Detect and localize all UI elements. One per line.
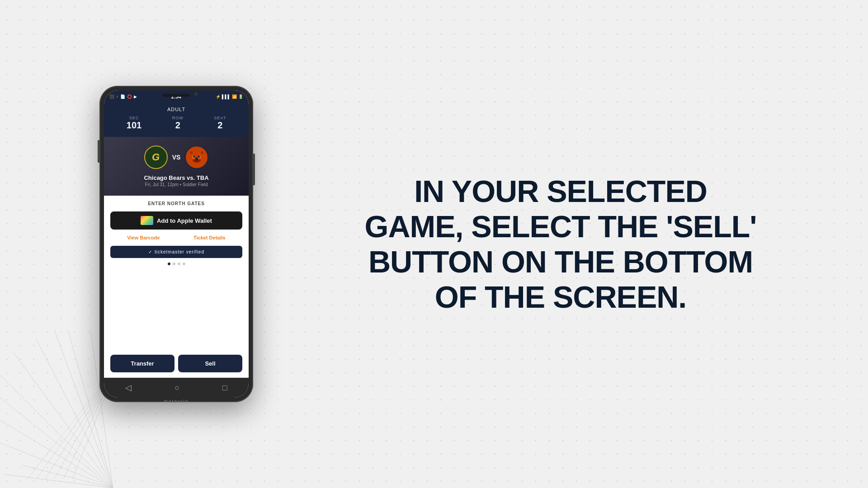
packers-logo: G <box>144 145 168 169</box>
back-button[interactable]: ◁ <box>125 383 132 393</box>
seat-value: 2 <box>214 120 226 131</box>
circle-icon: ⭕ <box>127 94 132 99</box>
svg-point-25 <box>193 155 196 158</box>
notification-icon: ⬛ <box>109 94 114 99</box>
ticket-header: ADULT SEC 101 ROW 2 SEAT 2 <box>104 103 249 137</box>
phone-speaker <box>163 94 190 97</box>
apple-wallet-label: Add to Apple Wallet <box>157 217 212 224</box>
action-buttons: Transfer Sell <box>110 355 242 372</box>
apple-wallet-button[interactable]: Add to Apple Wallet <box>110 211 242 230</box>
verified-text: ticketmaster verified <box>155 249 204 254</box>
ticketmaster-icon: ✓ <box>148 249 152 254</box>
verified-bar: ✓ ticketmaster verified <box>110 246 242 258</box>
phone-nav-bar: ◁ ○ □ <box>104 378 249 398</box>
recents-button[interactable]: □ <box>222 383 227 393</box>
wallet-icon <box>141 216 153 225</box>
play-icon: ▶ <box>134 94 137 99</box>
instruction-text: IN YOUR SELECTED GAME, SELECT THE 'SELL'… <box>365 174 757 315</box>
phone-screen: ⬛ ↑ 📄 ⭕ ▶ 2:34 ⚡ ▌▌▌ 📶 🔋 <box>104 90 249 398</box>
instruction-line3: BUTTON ON THE BOTTOM <box>368 244 753 279</box>
doc-icon: 📄 <box>120 94 125 99</box>
arrow-up-icon: ↑ <box>116 94 118 99</box>
svg-point-27 <box>194 155 195 156</box>
ticket-details-link[interactable]: Ticket Details <box>193 235 226 240</box>
phone-volume-button <box>98 140 99 163</box>
ticket-links: View Barcode Ticket Details <box>110 235 242 240</box>
status-icons-right: ⚡ ▌▌▌ 📶 🔋 <box>216 94 243 99</box>
battery-icon: 🔋 <box>238 94 243 99</box>
instruction-line2: GAME, SELECT THE 'SELL' <box>365 209 757 244</box>
svg-point-29 <box>195 158 198 160</box>
seat-item: SEAT 2 <box>214 116 226 131</box>
teams-row: G VS <box>144 145 209 169</box>
sell-button[interactable]: Sell <box>178 355 242 372</box>
phone-mockup: ⬛ ↑ 📄 ⭕ ▶ 2:34 ⚡ ▌▌▌ 📶 🔋 <box>99 86 253 402</box>
ticket-body: ENTER NORTH GATES Add to Apple Wallet Vi… <box>104 196 249 378</box>
game-title: Chicago Bears vs. TBA <box>144 174 208 181</box>
section-label: SEC <box>127 116 142 120</box>
dot-2 <box>173 263 175 265</box>
status-icons-left: ⬛ ↑ 📄 ⭕ ▶ <box>109 94 137 99</box>
page-dots <box>110 263 242 265</box>
svg-point-20 <box>190 151 193 154</box>
view-barcode-link[interactable]: View Barcode <box>127 235 160 240</box>
dot-3 <box>178 263 180 265</box>
bears-logo <box>185 145 208 169</box>
svg-point-26 <box>198 155 200 158</box>
section-value: 101 <box>127 120 142 131</box>
home-button[interactable]: ○ <box>175 383 179 393</box>
section-item: SEC 101 <box>127 116 142 131</box>
packers-initial: G <box>152 151 160 163</box>
transfer-button[interactable]: Transfer <box>110 355 175 372</box>
enter-gate-text: ENTER NORTH GATES <box>110 201 242 206</box>
wifi-icon: 📶 <box>232 94 237 99</box>
svg-point-28 <box>199 155 200 156</box>
phone-camera <box>194 92 198 96</box>
game-banner: G VS <box>104 137 249 196</box>
ticket-type: ADULT <box>111 107 241 112</box>
ticket-seats: SEC 101 ROW 2 SEAT 2 <box>111 116 241 131</box>
dot-1 <box>168 263 170 265</box>
status-bar: ⬛ ↑ 📄 ⭕ ▶ 2:34 ⚡ ▌▌▌ 📶 🔋 <box>104 90 249 103</box>
game-subtitle: Fri, Jul 31, 12pm • Soldier Field <box>145 182 208 187</box>
signal-bars-icon: ▌▌▌ <box>222 94 231 99</box>
row-value: 2 <box>172 120 184 131</box>
page-wrapper: ⬛ ↑ 📄 ⭕ ▶ 2:34 ⚡ ▌▌▌ 📶 🔋 <box>0 0 868 488</box>
phone-body: ⬛ ↑ 📄 ⭕ ▶ 2:34 ⚡ ▌▌▌ 📶 🔋 <box>99 86 253 402</box>
instruction-line4: OF THE SCREEN. <box>435 280 687 314</box>
instruction-line1: IN YOUR SELECTED <box>414 174 707 208</box>
row-label: ROW <box>172 116 184 120</box>
phone-brand-label: motorola <box>164 399 189 404</box>
seat-label: SEAT <box>214 116 226 120</box>
bluetooth-icon: ⚡ <box>216 94 221 99</box>
instruction-panel: IN YOUR SELECTED GAME, SELECT THE 'SELL'… <box>253 146 868 342</box>
dot-4 <box>183 263 185 265</box>
phone-power-button <box>253 154 255 185</box>
row-item: ROW 2 <box>172 116 184 131</box>
vs-text: VS <box>172 154 181 161</box>
svg-point-21 <box>201 151 203 154</box>
